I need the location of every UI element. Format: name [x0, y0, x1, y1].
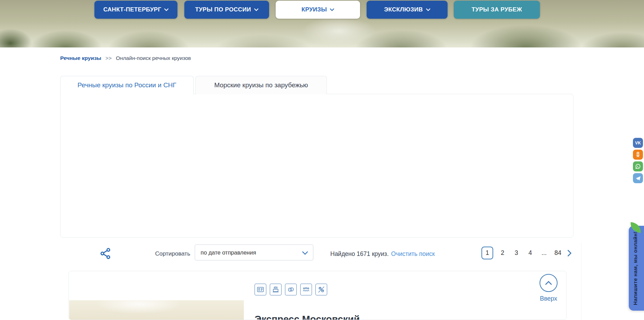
wedding-rings-icon[interactable] — [285, 284, 297, 295]
id-card-icon[interactable] — [255, 284, 266, 295]
feature-icons-row — [255, 284, 327, 295]
nav-label: КРУИЗЫ — [302, 6, 327, 13]
page-button-2[interactable]: 2 — [498, 247, 507, 259]
cruise-card[interactable]: Экспресс Московский — [68, 271, 567, 320]
nav-exclusive[interactable]: ЭКСКЛЮЗИВ — [367, 1, 448, 19]
tab-sea-cruises[interactable]: Морские круизы по зарубежью — [195, 76, 327, 94]
sort-select[interactable]: по дате отправления — [195, 245, 313, 260]
next-page-icon[interactable] — [567, 250, 572, 257]
nav-cruises[interactable]: КРУИЗЫ — [276, 1, 360, 19]
results-count: Найдено 1671 круиз. Очистить поиск — [330, 250, 435, 258]
page-button-3[interactable]: 3 — [512, 247, 521, 259]
chevron-down-icon — [330, 8, 334, 11]
cruise-title[interactable]: Экспресс Московский — [255, 314, 360, 320]
no-children-icon[interactable] — [315, 284, 327, 295]
pagination: 1 2 3 4 ... 84 — [481, 247, 572, 259]
nav-label: САНКТ-ПЕТЕРБУРГ — [103, 6, 162, 13]
chat-widget-tab[interactable]: Напишите нам, мы онлайн! — [629, 226, 644, 311]
page: САНКТ-ПЕТЕРБУРГ ТУРЫ ПО РОССИИ КРУИЗЫ ЭК… — [0, 0, 644, 320]
page-button-1[interactable]: 1 — [481, 247, 493, 259]
breadcrumb-current: Онлайн-поиск речных круизов — [116, 55, 191, 61]
chevron-down-icon — [302, 251, 308, 255]
back-to-top-label[interactable]: Вверх — [533, 295, 564, 302]
nav-label: ТУРЫ ПО РОССИИ — [195, 6, 251, 13]
chevron-up-icon — [545, 281, 552, 285]
birthday-cake-icon[interactable] — [270, 284, 282, 295]
nav-label: ЭКСКЛЮЗИВ — [384, 6, 423, 13]
share-icon[interactable] — [99, 247, 112, 260]
nav-saint-petersburg[interactable]: САНКТ-ПЕТЕРБУРГ — [94, 1, 177, 19]
vk-icon[interactable]: VK — [633, 138, 643, 148]
results-divider — [581, 242, 581, 320]
page-button-84[interactable]: 84 — [553, 247, 562, 259]
page-ellipsis: ... — [540, 247, 549, 259]
nav-tours-abroad[interactable]: ТУРЫ ЗА РУБЕЖ — [454, 1, 540, 19]
nav-label: ТУРЫ ЗА РУБЕЖ — [472, 6, 522, 13]
back-to-top-button[interactable] — [540, 274, 558, 292]
whatsapp-icon[interactable] — [633, 161, 643, 171]
chevron-down-icon — [164, 8, 168, 11]
cruise-photo — [69, 272, 244, 320]
breadcrumb: Речные круизы >> Онлайн-поиск речных кру… — [60, 55, 191, 61]
breadcrumb-separator: >> — [105, 55, 112, 61]
filter-panel — [60, 94, 573, 238]
telegram-icon[interactable] — [633, 173, 643, 183]
group-icon[interactable] — [300, 284, 312, 295]
sort-label: Сортировать — [152, 250, 190, 257]
chevron-down-icon — [426, 8, 430, 11]
tab-river-cruises[interactable]: Речные круизы по России и СНГ — [60, 76, 194, 94]
chat-tab-label: Напишите нам, мы онлайн! — [632, 231, 638, 305]
breadcrumb-link[interactable]: Речные круизы — [60, 55, 101, 61]
chevron-down-icon — [254, 8, 258, 11]
clear-search-link[interactable]: Очистить поиск — [391, 250, 435, 258]
nav-tours-russia[interactable]: ТУРЫ ПО РОССИИ — [184, 1, 269, 19]
page-button-4[interactable]: 4 — [526, 247, 535, 259]
odnoklassniki-icon[interactable] — [633, 150, 643, 160]
